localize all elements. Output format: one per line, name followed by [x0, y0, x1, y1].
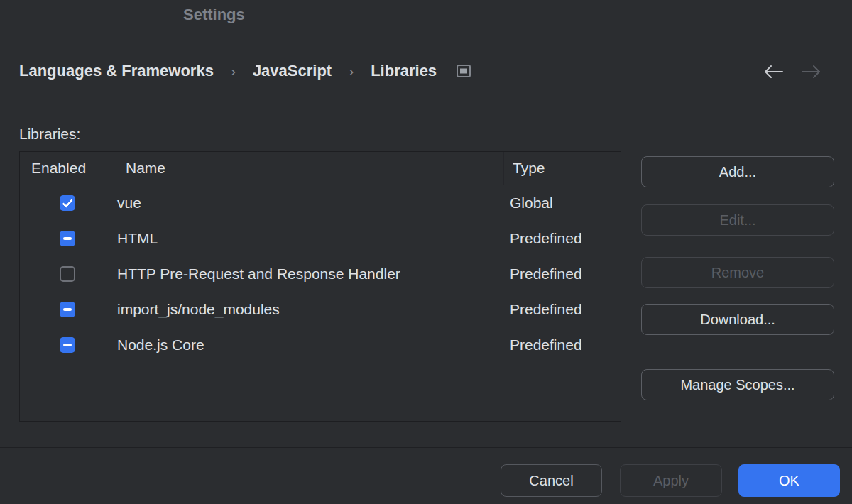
breadcrumb-separator-icon: ›	[231, 62, 236, 80]
checkbox-html[interactable]	[60, 231, 75, 246]
column-header-enabled: Enabled	[20, 152, 114, 185]
library-name: vue	[115, 195, 506, 212]
table-row[interactable]: vue Global	[20, 185, 621, 221]
download-button[interactable]: Download...	[641, 304, 834, 335]
library-name: import_js/node_modules	[115, 301, 506, 318]
library-name: Node.js Core	[115, 336, 506, 354]
breadcrumb-separator-icon: ›	[349, 62, 354, 80]
library-name: HTTP Pre-Request and Response Handler	[115, 265, 506, 283]
libraries-label: Libraries:	[19, 126, 80, 143]
history-navigation	[763, 64, 822, 80]
breadcrumb-item-languages-frameworks[interactable]: Languages & Frameworks	[19, 62, 214, 80]
library-type: Global	[506, 195, 621, 212]
breadcrumb: Languages & Frameworks › JavaScript › Li…	[19, 60, 471, 82]
table-row[interactable]: Node.js Core Predefined	[20, 327, 621, 363]
table-row[interactable]: HTML Predefined	[20, 221, 621, 256]
open-in-window-icon[interactable]	[457, 65, 471, 77]
cancel-button[interactable]: Cancel	[501, 464, 602, 497]
library-name: HTML	[115, 230, 506, 247]
forward-icon[interactable]	[801, 64, 822, 80]
checkbox-vue[interactable]	[60, 195, 75, 211]
library-type: Predefined	[506, 265, 621, 283]
library-type: Predefined	[506, 301, 621, 318]
table-row[interactable]: HTTP Pre-Request and Response Handler Pr…	[20, 256, 621, 292]
checkbox-nodejs-core[interactable]	[60, 337, 75, 353]
table-header-row: Enabled Name Type	[20, 152, 621, 185]
manage-scopes-button[interactable]: Manage Scopes...	[641, 369, 834, 400]
settings-dialog: Settings Languages & Frameworks › JavaSc…	[0, 0, 852, 504]
back-icon[interactable]	[763, 64, 784, 80]
table-row[interactable]: import_js/node_modules Predefined	[20, 292, 621, 327]
library-type: Predefined	[506, 336, 621, 354]
checkbox-http-pre-request[interactable]	[60, 266, 75, 282]
remove-button[interactable]: Remove	[641, 257, 834, 288]
window-title: Settings	[183, 6, 245, 24]
apply-button[interactable]: Apply	[620, 464, 722, 497]
footer-divider	[0, 447, 852, 448]
breadcrumb-item-javascript[interactable]: JavaScript	[253, 62, 332, 80]
column-header-type: Type	[504, 152, 621, 185]
library-type: Predefined	[506, 230, 621, 247]
checkbox-import-js-node-modules[interactable]	[60, 302, 75, 317]
edit-button[interactable]: Edit...	[641, 204, 834, 236]
libraries-table: Enabled Name Type vue Global HTML Predef…	[19, 151, 621, 422]
column-header-name: Name	[114, 152, 504, 185]
breadcrumb-item-libraries: Libraries	[371, 62, 437, 80]
ok-button[interactable]: OK	[738, 464, 840, 497]
add-button[interactable]: Add...	[641, 156, 834, 187]
